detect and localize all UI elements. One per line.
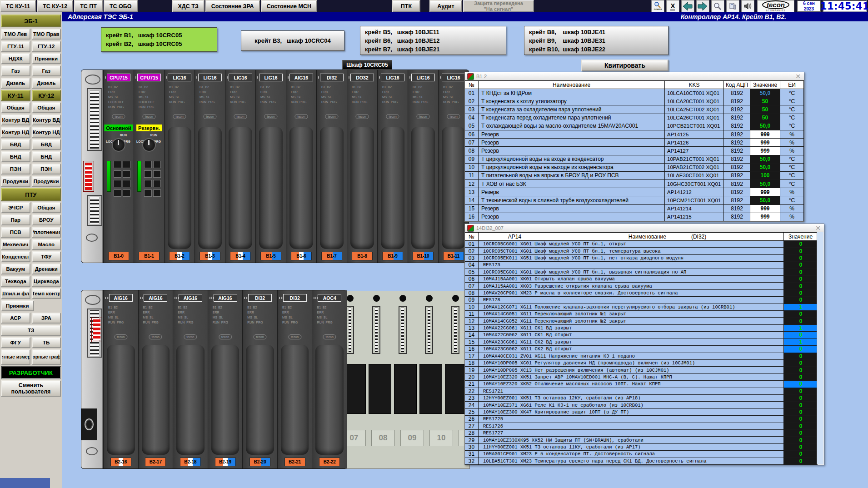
table-row[interactable]: 05Т охлаждающей воды за масло-охладителе…: [465, 122, 804, 130]
print-button[interactable]: [726, 0, 739, 12]
change-user-button[interactable]: Сменить пользователя: [1, 380, 61, 397]
sidebar-item-Наборные графики[interactable]: Наборные графики: [32, 349, 61, 365]
sidebar-item-Контур НД[interactable]: Контур НД: [32, 127, 61, 138]
sidebar-item-БРОУ[interactable]: БРОУ: [32, 214, 61, 225]
sidebar-item-Контур ВД[interactable]: Контур ВД: [32, 115, 61, 125]
toolbar-button-ТС КУ-11[interactable]: ТС КУ-11: [0, 0, 36, 12]
sidebar-item-Конденсат[interactable]: Конденсат: [1, 251, 30, 262]
table-row[interactable]: 04RES1730: [465, 262, 818, 269]
sidebar-item-Дизель[interactable]: Дизель: [32, 78, 61, 89]
toolbar-button-Состояние МСН[interactable]: Состояние МСН: [261, 0, 317, 12]
sidebar-item-Газ[interactable]: Газ: [1, 65, 30, 76]
table-row[interactable]: 1410MAX22CG062 XG11 СК1 ВД открыт0: [465, 332, 818, 339]
sidebar-item-Общая[interactable]: Общая: [1, 102, 30, 113]
sidebar-item-Цирквода[interactable]: Цирквода: [32, 276, 61, 287]
table-row[interactable]: 07РезервAP141268192999%: [465, 139, 804, 147]
search-button[interactable]: поиск: [651, 0, 664, 12]
table-row[interactable]: 2010MAY10EZ320 XK51 Запрет АВР 10MAV10ED…: [465, 374, 818, 381]
sidebar-item-Общая[interactable]: Общая: [32, 202, 61, 213]
sidebar-header-ЭБ-1[interactable]: ЭБ-1: [1, 15, 61, 27]
table-row[interactable]: 2510MAY10EZ300 XK47 Квитирование защит 1…: [465, 409, 818, 416]
sidebar-item-Техвода[interactable]: Техвода: [1, 276, 30, 287]
table-row[interactable]: 2410MAY10EZ371 XG61 Реле К1 КЭ-1 не сраб…: [465, 402, 818, 408]
toolbar-button-ТС КУ-12[interactable]: ТС КУ-12: [37, 0, 73, 12]
sidebar-item-Мехвелич[interactable]: Мехвелич: [1, 239, 30, 250]
table-row[interactable]: 1010MAX12CG071 XG11 Положение клапана-за…: [465, 304, 818, 311]
sidebar-item-БНД[interactable]: БНД: [1, 151, 30, 162]
sidebar-item-Масло[interactable]: Масло: [32, 239, 61, 250]
cpu-mode-knob[interactable]: RUNLOCKPRG: [136, 134, 162, 155]
table-row[interactable]: 1710MAX40CE031 ZV01 XG11 Напряжение пита…: [465, 353, 818, 360]
sidebar-item-Продувки[interactable]: Продувки: [32, 176, 61, 187]
table-row[interactable]: 09Т циркуляционной воды на входе в конде…: [465, 155, 804, 164]
table-row[interactable]: 1310MAX22CG061 XG11 СК1 ВД закрыт1: [465, 325, 818, 332]
sidebar-item-Расчетные измерения[interactable]: Расчетные измерения: [1, 349, 30, 365]
forward-button[interactable]: [696, 0, 709, 12]
audit-button[interactable]: Аудит: [429, 0, 462, 12]
sidebar-item-ЭЧСР[interactable]: ЭЧСР: [1, 202, 30, 213]
sidebar-item-Уплотнения[interactable]: Уплотнения: [32, 227, 61, 238]
sidebar-item-БНД[interactable]: БНД: [32, 151, 61, 162]
table-row[interactable]: 03Т конденсата за охладителем пара уплот…: [465, 105, 804, 114]
window-titlebar[interactable]: 14DI32_007 ✕: [465, 224, 824, 232]
sidebar-item-ГТУ-12[interactable]: ГТУ-12: [32, 41, 61, 52]
sidebar-item-Приямки[interactable]: Приямки: [32, 53, 61, 64]
acknowledge-button[interactable]: Квитировать: [581, 60, 668, 71]
zoom-tool-button[interactable]: [711, 0, 724, 12]
crate-info-box-4[interactable]: крейт В8, шкаф 10BJE41крейт В9, шкаф 10B…: [524, 26, 668, 55]
sidebar-item-Контур НД[interactable]: Контур НД: [1, 127, 30, 138]
sidebar-header-ПТУ[interactable]: ПТУ: [1, 188, 61, 201]
cpu-mode-knob[interactable]: RUNLOCKPRG: [106, 134, 131, 155]
table-row[interactable]: 08РезервAP141278192999%: [465, 147, 804, 155]
table-row[interactable]: 3210LBA51CT301 XM23 Температура свежего …: [465, 458, 818, 465]
table-row[interactable]: 2910MAY10EZ330XK95 XK52 HW Защиты ПТ (SW…: [465, 437, 818, 443]
sidebar-item-ПЭН[interactable]: ПЭН: [32, 164, 61, 174]
sidebar-item-НДХК[interactable]: НДХК: [1, 53, 30, 64]
back-button[interactable]: [681, 0, 694, 12]
sidebar-item-Продувки[interactable]: Продувки: [1, 176, 30, 187]
sidebar-item-ТМО Прав[interactable]: ТМО Прав: [32, 29, 61, 40]
table-row[interactable]: 02Т конденсата к котлу утилизатору10LCA2…: [465, 97, 804, 105]
sidebar-item-Дизель[interactable]: Дизель: [1, 78, 30, 89]
table-row[interactable]: 01Т КНДст за КНДРом10LCA10CT001 XQ018192…: [465, 89, 804, 97]
table-row[interactable]: 06РезервAP141258192999%: [465, 130, 804, 139]
table-row[interactable]: 0210CRC05CT001 XG01 Шкаф модулей УСО ПТ …: [465, 248, 818, 254]
table-row[interactable]: 3110MAG01CP901 XM23 Р в конденсаторе ПТ.…: [465, 451, 818, 458]
sidebar-item-ГТУ-11[interactable]: ГТУ-11: [1, 41, 30, 52]
sidebar-item-Темп контр[interactable]: Темп контр: [32, 288, 61, 299]
sidebar-item-Приямки[interactable]: Приямки: [1, 300, 34, 311]
close-icon[interactable]: ✕: [814, 225, 822, 231]
sidebar-item-Общая[interactable]: Общая: [32, 102, 61, 113]
table-row[interactable]: 1210MAX14CG052 XG11 Переключающий золотн…: [465, 318, 818, 324]
toolbar-button-ТС ОБО[interactable]: ТС ОБО: [104, 0, 138, 12]
table-row[interactable]: 0810MAV20CP901 XM23 Р масла в коллекторе…: [465, 290, 818, 297]
crate-info-box-2[interactable]: крейт В3, шкаф 10CRC04: [241, 30, 344, 51]
sidebar-item-Газ[interactable]: Газ: [32, 65, 61, 76]
sidebar-item-ТЗ[interactable]: ТЗ: [1, 325, 61, 336]
sidebar-item-БВД[interactable]: БВД: [1, 139, 30, 150]
table-row[interactable]: 10Т циркуляционной воды на выходе из кон…: [465, 164, 804, 172]
sidebar-item-КУ-12[interactable]: КУ-12: [32, 90, 61, 101]
table-row[interactable]: 2312HYY00EZ001 XK51 ТЗ останова 12КУ, ср…: [465, 395, 818, 402]
sidebar-item-Шпил.и фл.[interactable]: Шпил.и фл.: [1, 288, 30, 299]
table-row[interactable]: 0310CRC05EK011 XG51 Шкаф модулей УСО ПТ …: [465, 255, 818, 262]
table-row[interactable]: 12Т ХОВ от нас БЗК10GHC30CT001 XQ0181925…: [465, 180, 804, 188]
sidebar-item-ПСВ[interactable]: ПСВ: [1, 227, 30, 238]
table-row[interactable]: 11Т питательной воды на впрыск в БРОУ ВД…: [465, 172, 804, 180]
toolbar-button-Состояние ЗРА[interactable]: Состояние ЗРА: [205, 0, 260, 12]
table-row[interactable]: 14Т технической воды в сливной трубе воз…: [465, 196, 804, 204]
sidebar-item-ЗРА[interactable]: ЗРА: [32, 313, 61, 324]
sidebar-item-АСР[interactable]: АСР: [1, 313, 30, 324]
sidebar-item-Дренажи[interactable]: Дренажи: [32, 264, 61, 274]
sidebar-item-Пар[interactable]: Пар: [1, 214, 30, 225]
table-row[interactable]: 1910MAY10DP005 XC13 Нет разрешения включ…: [465, 367, 818, 373]
table-row[interactable]: 1510MAX23CG061 XG11 СК2 ВД закрыт1: [465, 339, 818, 346]
table-row[interactable]: 1810MAY10DP005 XC01 Регулятор давления Н…: [465, 360, 818, 367]
sidebar-item-ФГУ[interactable]: ФГУ: [1, 337, 30, 348]
toolbar-button-ТС ПТ[interactable]: ТС ПТ: [74, 0, 103, 12]
close-icon[interactable]: ✕: [794, 73, 802, 80]
sidebar-item-ТФУ[interactable]: ТФУ: [32, 251, 61, 262]
table-row[interactable]: 0710MAJ15AA001 XK03 Разрешение открытия …: [465, 283, 818, 289]
toolbar-button-ХДС ТЗ[interactable]: ХДС ТЗ: [172, 0, 205, 12]
sound-button[interactable]: [741, 0, 754, 12]
